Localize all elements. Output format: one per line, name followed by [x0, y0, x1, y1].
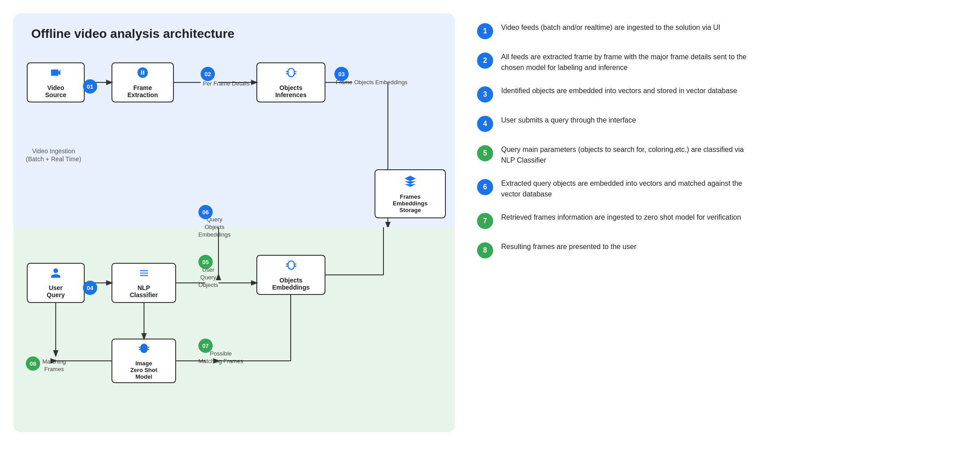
per-frame-label: Per Frame Details [203, 80, 250, 88]
box-frame-extraction: FrameExtraction [111, 62, 174, 102]
frame-objects-label: Frame Objects Embeddings [336, 79, 408, 86]
image-zero-shot-label: ImageZero ShotModel [130, 360, 157, 380]
badge-02: 02 [201, 67, 215, 81]
query-objects-label: QueryObjectsEmbeddings [198, 216, 231, 239]
box-video-source: VideoSource [27, 62, 85, 102]
badge-07: 07 [198, 339, 213, 353]
objects-embeddings-label: ObjectsEmbeddings [272, 277, 309, 291]
box-objects-inferences: ObjectsInferences [256, 62, 325, 102]
legend-item-2: 2 All feeds are extracted frame by frame… [477, 52, 962, 73]
user-query-icon [50, 267, 62, 282]
box-objects-embeddings: ObjectsEmbeddings [256, 255, 325, 295]
video-ingestion-label: Video Ingestion(Batch + Real Time) [26, 147, 81, 163]
legend-text-1: Video feeds (batch and/or realtime) are … [501, 22, 721, 33]
legend-item-7: 7 Retrieved frames information are inges… [477, 212, 962, 229]
frame-extraction-icon [136, 66, 149, 82]
legend-text-7: Retrieved frames information are ingeste… [501, 212, 741, 223]
nlp-classifier-label: NLPClassifier [130, 284, 158, 298]
legend-text-3: Identified objects are embedded into vec… [501, 86, 737, 96]
bottom-arrows [13, 227, 455, 432]
legend-item-3: 3 Identified objects are embedded into v… [477, 86, 962, 102]
frames-embeddings-label: FramesEmbeddingsStorage [393, 193, 428, 213]
badge-01: 01 [83, 79, 97, 94]
legend-badge-8: 8 [477, 242, 493, 258]
legend-badge-6: 6 [477, 179, 493, 195]
user-query-objects-label: UserQueryObjects [198, 266, 218, 289]
box-nlp-classifier: NLPClassifier [111, 263, 176, 303]
objects-inferences-icon [285, 66, 297, 82]
matching-frames-label: MatchingFrames [42, 358, 66, 373]
objects-inferences-label: ObjectsInferences [275, 84, 306, 98]
legend-badge-7: 7 [477, 213, 493, 229]
badge-08: 08 [26, 356, 40, 371]
diagram-title: Offline video analysis architecture [31, 27, 437, 41]
image-zero-shot-icon [138, 342, 150, 357]
box-image-zero-shot: ImageZero ShotModel [111, 339, 176, 383]
legend-text-4: User submits a query through the interfa… [501, 115, 636, 126]
legend-badge-5: 5 [477, 145, 493, 161]
video-source-icon [49, 66, 62, 82]
legend-item-6: 6 Extracted query objects are embedded i… [477, 178, 962, 200]
legend-text-8: Resulting frames are presented to the us… [501, 241, 636, 252]
legend-area: 1 Video feeds (batch and/or realtime) ar… [473, 13, 967, 267]
diagram-area: Offline video analysis architecture Vide… [13, 13, 455, 432]
legend-badge-3: 3 [477, 86, 493, 102]
legend-badge-4: 4 [477, 116, 493, 132]
legend-item-1: 1 Video feeds (batch and/or realtime) ar… [477, 22, 962, 39]
legend-badge-2: 2 [477, 53, 493, 69]
badge-05: 05 [198, 255, 213, 269]
bottom-section: FramesEmbeddingsStorage UserQuery 04 NLP… [13, 227, 455, 432]
legend-item-5: 5 Query main parameters (objects to sear… [477, 144, 962, 166]
legend-item-4: 4 User submits a query through the inter… [477, 115, 962, 132]
main-container: Offline video analysis architecture Vide… [13, 13, 967, 453]
legend-text-2: All feeds are extracted frame by frame w… [501, 52, 751, 73]
video-source-label: VideoSource [45, 84, 66, 98]
frame-extraction-label: FrameExtraction [128, 84, 158, 98]
badge-03: 03 [334, 67, 349, 81]
legend-badge-1: 1 [477, 23, 493, 39]
box-frames-embeddings: FramesEmbeddingsStorage [375, 169, 446, 218]
nlp-classifier-icon [138, 267, 150, 282]
legend-item-8: 8 Resulting frames are presented to the … [477, 241, 962, 258]
badge-04: 04 [83, 281, 97, 295]
legend-text-6: Extracted query objects are embedded int… [501, 178, 751, 200]
box-user-query: UserQuery [27, 263, 85, 303]
frames-embeddings-icon [404, 175, 417, 191]
objects-embeddings-icon [285, 259, 297, 274]
legend-text-5: Query main parameters (objects to search… [501, 144, 751, 166]
user-query-label: UserQuery [47, 284, 65, 298]
badge-06: 06 [198, 205, 213, 219]
